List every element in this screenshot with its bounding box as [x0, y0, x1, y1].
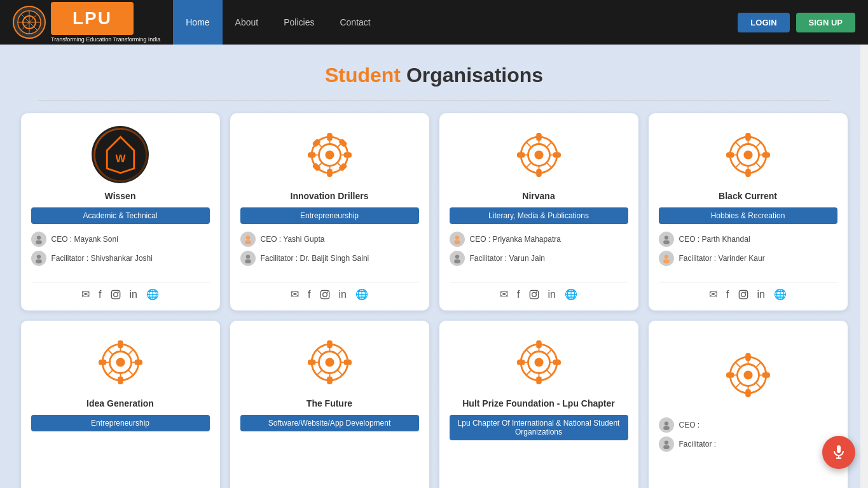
wissen-email-icon[interactable]: ✉: [81, 288, 90, 300]
svg-point-118: [535, 358, 542, 365]
svg-point-66: [744, 151, 751, 158]
svg-point-9: [36, 235, 40, 239]
black-current-ceo-avatar: [659, 232, 674, 247]
org-card-partial-4: CEO : Facilitator :: [649, 321, 848, 488]
wissen-facilitator-avatar: [31, 251, 46, 266]
nirvana-category: Literary, Media & Publications: [450, 207, 628, 224]
innovation-drillers-ceo-avatar: [240, 232, 256, 247]
svg-line-143: [755, 362, 761, 367]
svg-line-75: [735, 142, 740, 147]
wissen-linkedin-icon[interactable]: in: [130, 288, 137, 300]
nirvana-facebook-icon[interactable]: f: [517, 288, 520, 300]
lpu-logo-text: LPU: [72, 8, 112, 29]
svg-line-55: [526, 162, 531, 167]
partial-4-facilitator-text: Facilitator :: [679, 440, 717, 449]
svg-rect-23: [313, 139, 320, 146]
nirvana-ceo: CEO : Priyanka Mahapatra: [450, 232, 628, 247]
black-current-facilitator-text: Facilitator : Varinder Kaur: [679, 254, 765, 263]
login-button[interactable]: LOGIN: [738, 13, 789, 32]
hult-prize-name: Hult Prize Foundation - Lpu Chapter: [462, 398, 615, 408]
nirvana-web-icon[interactable]: 🌐: [565, 288, 577, 300]
black-current-name: Black Current: [719, 191, 777, 201]
black-current-people: CEO : Parth Khandal Facilitator : Varind…: [659, 232, 837, 270]
innovation-drillers-name: Innovation Drillers: [291, 191, 369, 201]
fab-microphone[interactable]: [822, 436, 855, 469]
svg-line-113: [337, 349, 342, 354]
wissen-facebook-icon[interactable]: f: [99, 288, 101, 300]
innovation-drillers-people: CEO : Yashi Gupta Facilitator : Dr. Balj…: [240, 232, 419, 270]
navbar: LPU Transforming Education Transforming …: [0, 0, 868, 45]
svg-line-145: [755, 382, 761, 387]
nav-actions: LOGIN SIGN UP: [738, 13, 855, 32]
title-highlight: Student: [325, 64, 401, 87]
wissen-name: Wissen: [105, 191, 136, 201]
signup-button[interactable]: SIGN UP: [796, 13, 855, 32]
svg-rect-13: [111, 290, 120, 298]
svg-point-58: [454, 241, 460, 244]
nirvana-linkedin-icon[interactable]: in: [548, 288, 556, 300]
bc-email-icon[interactable]: ✉: [709, 288, 717, 300]
bc-linkedin-icon[interactable]: in: [757, 288, 765, 300]
nirvana-instagram-icon[interactable]: [529, 288, 539, 300]
org-card-nirvana: Nirvana Literary, Media & Publications C…: [439, 113, 638, 310]
bc-facebook-icon[interactable]: f: [726, 288, 729, 300]
wissen-social: ✉ f in 🌐: [31, 282, 210, 300]
nav-contact[interactable]: Contact: [327, 0, 383, 45]
black-current-social: ✉ f in 🌐: [659, 282, 837, 300]
idea-generation-icon: [92, 333, 149, 391]
innovation-drillers-facilitator-avatar: [240, 251, 256, 266]
black-current-icon: [719, 126, 776, 183]
wissen-instagram-icon[interactable]: [111, 288, 121, 300]
wissen-ceo-text: CEO : Mayank Soni: [52, 235, 118, 244]
svg-point-12: [36, 260, 42, 263]
svg-point-62: [532, 292, 536, 296]
wissen-category: Academic & Technical: [31, 207, 210, 224]
bc-web-icon[interactable]: 🌐: [774, 288, 787, 300]
id-email-icon[interactable]: ✉: [291, 288, 299, 300]
svg-line-129: [526, 370, 531, 375]
id-linkedin-icon[interactable]: in: [339, 288, 347, 300]
page-background: Student Organisations W Wissen Academic …: [0, 45, 868, 488]
svg-point-147: [663, 426, 670, 430]
innovation-drillers-icon: [301, 126, 358, 183]
title-divider: [38, 100, 830, 101]
id-web-icon[interactable]: 🌐: [355, 288, 368, 300]
id-instagram-icon[interactable]: [320, 288, 330, 300]
nirvana-facilitator-avatar: [450, 251, 465, 266]
nav-home[interactable]: Home: [173, 0, 222, 45]
org-card-innovation-drillers: Innovation Drillers Entrepreneurship CEO…: [230, 113, 429, 310]
svg-line-112: [317, 349, 322, 354]
svg-rect-25: [313, 164, 320, 171]
partial-4-icon: [719, 346, 776, 403]
brand: LPU Transforming Education Transforming …: [13, 2, 160, 43]
svg-point-133: [744, 371, 751, 378]
svg-point-80: [663, 241, 670, 244]
svg-point-82: [663, 260, 670, 263]
svg-point-85: [745, 291, 746, 293]
svg-line-99: [107, 370, 113, 375]
hult-prize-category: Lpu Chapter Of International & National …: [450, 415, 628, 440]
svg-point-57: [455, 235, 458, 239]
svg-point-37: [245, 254, 249, 258]
svg-point-10: [36, 241, 42, 244]
nirvana-email-icon[interactable]: ✉: [500, 288, 508, 300]
innovation-drillers-facilitator: Facilitator : Dr. Baljit Singh Saini: [240, 251, 419, 266]
svg-point-84: [741, 292, 745, 296]
scrollbar[interactable]: [860, 45, 868, 488]
wissen-avatar-inner: W: [93, 128, 148, 182]
wissen-facilitator: Facilitator : Shivshankar Joshi: [31, 251, 210, 266]
svg-point-63: [535, 291, 537, 293]
the-future-icon: [301, 333, 358, 391]
lpu-logo: LPU: [51, 2, 134, 35]
bc-instagram-icon[interactable]: [738, 288, 748, 300]
svg-point-149: [663, 445, 670, 449]
wissen-web-icon[interactable]: 🌐: [146, 288, 159, 300]
svg-point-79: [664, 235, 668, 239]
id-facebook-icon[interactable]: f: [308, 288, 310, 300]
nav-links: Home About Policies Contact: [173, 0, 738, 45]
nav-about[interactable]: About: [223, 0, 272, 45]
org-card-hult-prize: Hult Prize Foundation - Lpu Chapter Lpu …: [439, 321, 638, 488]
svg-point-148: [664, 440, 668, 444]
svg-point-146: [664, 421, 668, 425]
nav-policies[interactable]: Policies: [271, 0, 327, 45]
